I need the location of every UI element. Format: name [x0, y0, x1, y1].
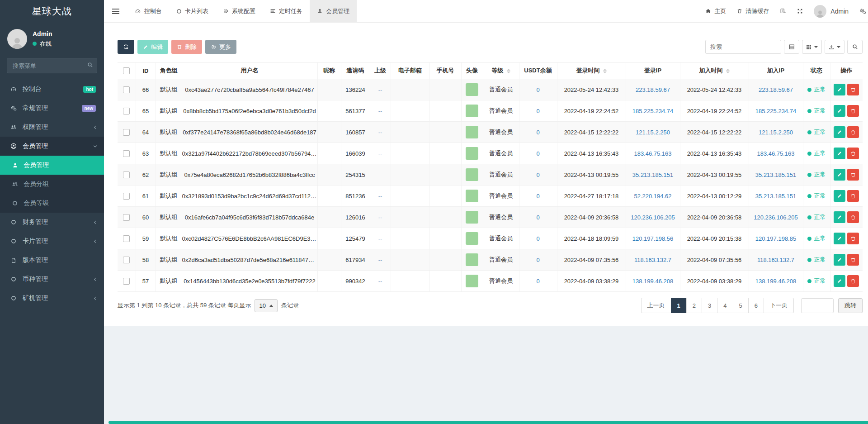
row-checkbox[interactable] — [123, 129, 130, 136]
toggle-view-button[interactable] — [784, 40, 799, 54]
login-ip-link[interactable]: 121.15.2.250 — [636, 129, 670, 136]
edit-button[interactable]: 编辑 — [137, 40, 168, 54]
more-button[interactable]: 更多 — [205, 40, 236, 54]
row-delete-button[interactable] — [847, 190, 859, 202]
row-checkbox[interactable] — [123, 86, 130, 93]
login-ip-link[interactable]: 223.18.59.67 — [636, 86, 670, 93]
page-button[interactable]: 1 — [671, 298, 687, 313]
usdt-balance-link[interactable]: 0 — [536, 172, 539, 178]
parent-link[interactable]: -- — [378, 86, 382, 93]
page-size-dropdown[interactable]: 10 — [255, 299, 277, 312]
usdt-balance-link[interactable]: 0 — [536, 129, 539, 136]
tab-2[interactable]: 卡片列表 — [169, 0, 216, 23]
row-checkbox[interactable] — [123, 108, 130, 114]
parent-link[interactable]: -- — [378, 129, 382, 136]
join-ip-link[interactable]: 185.225.234.74 — [755, 108, 796, 114]
menu-search-input[interactable] — [7, 58, 97, 73]
row-delete-button[interactable] — [847, 105, 859, 117]
language-icon[interactable] — [780, 8, 786, 14]
row-edit-button[interactable] — [834, 190, 845, 202]
page-button[interactable]: 5 — [733, 298, 749, 313]
parent-link[interactable]: -- — [378, 257, 382, 263]
login-ip-link[interactable]: 183.46.75.163 — [634, 150, 671, 157]
row-checkbox[interactable] — [123, 214, 130, 221]
row-delete-button[interactable] — [847, 275, 859, 287]
login-ip-link[interactable]: 138.199.46.208 — [632, 278, 673, 285]
join-ip-link[interactable]: 138.199.46.208 — [755, 278, 796, 285]
export-button[interactable] — [825, 40, 844, 54]
tab-3[interactable]: 系统配置 — [216, 0, 263, 23]
login-ip-link[interactable]: 185.225.234.74 — [632, 108, 673, 114]
parent-link[interactable]: -- — [378, 150, 382, 157]
sidebar-item[interactable]: 卡片管理 — [0, 232, 104, 251]
row-checkbox[interactable] — [123, 257, 130, 263]
usdt-balance-link[interactable]: 0 — [536, 214, 539, 221]
horizontal-scrollbar-thumb[interactable] — [108, 421, 868, 424]
row-edit-button[interactable] — [834, 84, 845, 95]
join-ip-link[interactable]: 35.213.185.151 — [755, 193, 796, 200]
row-delete-button[interactable] — [847, 211, 859, 223]
usdt-balance-link[interactable]: 0 — [536, 257, 539, 263]
sidebar-item[interactable]: 权限管理 — [0, 118, 104, 137]
login-ip-link[interactable]: 118.163.132.7 — [634, 257, 671, 263]
menu-toggle-button[interactable] — [104, 0, 127, 23]
sidebar-item[interactable]: 控制台hot — [0, 80, 104, 99]
column-header[interactable]: 加入时间 — [680, 62, 749, 79]
row-edit-button[interactable] — [834, 211, 845, 223]
row-checkbox[interactable] — [123, 150, 130, 157]
sidebar-item[interactable]: 版本管理 — [0, 251, 104, 270]
next-page-button[interactable]: 下一页 — [764, 298, 794, 313]
usdt-balance-link[interactable]: 0 — [536, 193, 539, 200]
parent-link[interactable]: -- — [378, 235, 382, 242]
row-edit-button[interactable] — [834, 233, 845, 244]
row-checkbox[interactable] — [123, 235, 130, 242]
row-delete-button[interactable] — [847, 148, 859, 159]
jump-button[interactable]: 跳转 — [838, 298, 863, 313]
row-checkbox[interactable] — [123, 193, 130, 200]
column-header[interactable]: 登录时间 — [557, 62, 626, 79]
page-button[interactable]: 4 — [717, 298, 733, 313]
parent-link[interactable]: -- — [378, 193, 382, 200]
clear-cache-link[interactable]: 清除缓存 — [737, 7, 769, 15]
usdt-balance-link[interactable]: 0 — [536, 150, 539, 157]
join-ip-link[interactable]: 183.46.75.163 — [757, 150, 794, 157]
columns-button[interactable] — [802, 40, 822, 54]
delete-button[interactable]: 删除 — [171, 40, 202, 54]
join-ip-link[interactable]: 121.15.2.250 — [759, 129, 793, 136]
tab-5[interactable]: 会员管理 — [310, 0, 357, 23]
tab-4[interactable]: 定时任务 — [263, 0, 310, 23]
sidebar-item[interactable]: 会员管理 — [0, 137, 104, 156]
table-search-input[interactable] — [705, 40, 781, 54]
prev-page-button[interactable]: 上一页 — [641, 298, 671, 313]
sidebar-item[interactable]: 币种管理 — [0, 270, 104, 289]
row-delete-button[interactable] — [847, 254, 859, 266]
row-edit-button[interactable] — [834, 126, 845, 138]
join-ip-link[interactable]: 223.18.59.67 — [759, 86, 793, 93]
row-edit-button[interactable] — [834, 275, 845, 287]
usdt-balance-link[interactable]: 0 — [536, 235, 539, 242]
login-ip-link[interactable]: 52.220.194.62 — [634, 193, 671, 200]
fullscreen-icon[interactable] — [797, 8, 803, 14]
parent-link[interactable]: -- — [378, 108, 382, 114]
page-button[interactable]: 3 — [702, 298, 717, 313]
refresh-button[interactable] — [118, 40, 134, 54]
home-link[interactable]: 主页 — [705, 7, 726, 15]
search-toggle-button[interactable] — [847, 40, 863, 54]
row-delete-button[interactable] — [847, 126, 859, 138]
sidebar-item[interactable]: 矿机管理 — [0, 289, 104, 308]
parent-link[interactable]: -- — [378, 214, 382, 221]
sidebar-subitem[interactable]: 会员管理 — [0, 156, 104, 175]
usdt-balance-link[interactable]: 0 — [536, 86, 539, 93]
sidebar-item[interactable]: 财务管理 — [0, 213, 104, 232]
row-checkbox[interactable] — [123, 172, 130, 178]
login-ip-link[interactable]: 120.197.198.56 — [632, 235, 673, 242]
row-checkbox[interactable] — [123, 278, 130, 285]
settings-gears-icon[interactable] — [859, 8, 866, 14]
row-delete-button[interactable] — [847, 233, 859, 244]
page-button[interactable]: 6 — [748, 298, 764, 313]
sidebar-subitem[interactable]: 会员分组 — [0, 175, 104, 194]
usdt-balance-link[interactable]: 0 — [536, 278, 539, 285]
row-edit-button[interactable] — [834, 148, 845, 159]
join-ip-link[interactable]: 120.197.198.85 — [755, 235, 796, 242]
jump-page-input[interactable] — [801, 298, 834, 313]
